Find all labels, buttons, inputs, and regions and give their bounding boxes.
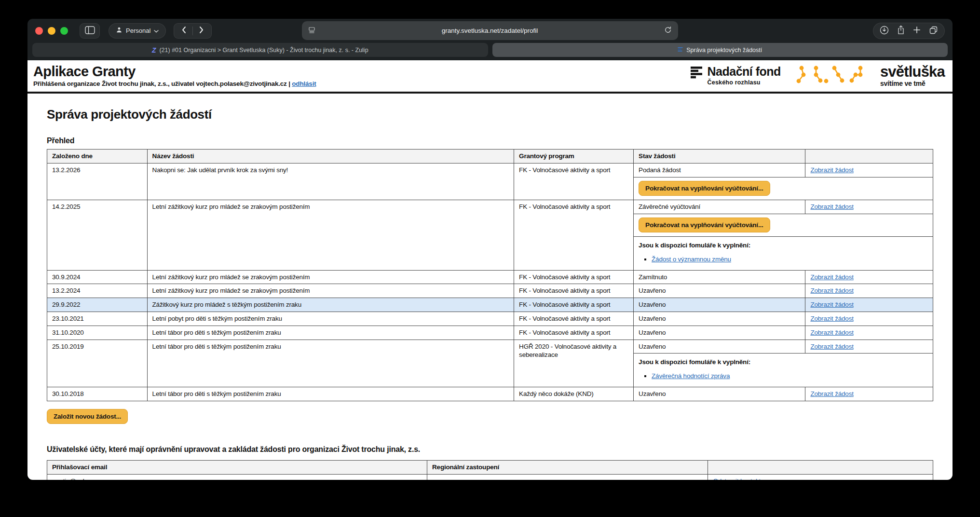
forms-cell: Jsou k dispozici fomuláře k vyplnění: Žá… — [634, 236, 933, 270]
forms-cell: Jsou k dispozici fomuláře k vyplnění: Zá… — [634, 354, 933, 387]
view-request-link[interactable]: Zobrazit žádost — [810, 329, 853, 336]
login-info: Přihlášená organizace Život trochu jinak… — [33, 80, 316, 87]
request-link-cell: Zobrazit žádost — [805, 387, 933, 401]
svetluska-line1: světluška — [880, 65, 945, 79]
view-request-link[interactable]: Zobrazit žádost — [810, 166, 853, 174]
chevron-down-icon — [154, 27, 159, 34]
col-header: Regionální zastoupení — [427, 460, 708, 474]
request-status-cell: Závěrečné vyúčtování — [634, 200, 805, 214]
request-status-cell: Uzavřeno — [634, 387, 805, 401]
zoom-button[interactable] — [60, 27, 68, 35]
request-link-cell: Zobrazit žádost — [805, 298, 933, 312]
request-program-cell: FK - Volnočasové aktivity a sport — [514, 284, 634, 298]
request-program-cell: FK - Volnočasové aktivity a sport — [514, 312, 634, 326]
desktop-background: Personal — [0, 0, 980, 517]
request-name-cell: Zážitkový kurz pro mládež s těžkým posti… — [147, 298, 514, 312]
continue-button-cell: Pokračovat na vyplňování vyúčtování... — [634, 177, 933, 200]
user-region-cell: — — [427, 474, 708, 480]
back-button[interactable] — [175, 24, 192, 38]
downloads-button[interactable] — [880, 26, 889, 36]
user-action-cell: Odstranit kontakt — [708, 474, 933, 480]
view-request-link[interactable]: Zobrazit žádost — [810, 315, 853, 322]
app-header: Aplikace Granty Přihlášená organizace Ži… — [27, 60, 953, 94]
logout-link[interactable]: odhlásit — [292, 80, 316, 87]
reload-button[interactable] — [664, 26, 672, 35]
user-email-cell: martin@sukany.cz — [47, 474, 427, 480]
request-status-cell: Uzavřeno — [634, 312, 805, 326]
minimize-button[interactable] — [48, 27, 55, 35]
view-request-link[interactable]: Zobrazit žádost — [810, 287, 853, 294]
request-link-cell: Zobrazit žádost — [805, 326, 933, 340]
login-info-text: Přihlášená organizace Život trochu jinak… — [33, 80, 290, 87]
request-link-cell: Zobrazit žádost — [805, 312, 933, 326]
forward-icon — [199, 26, 204, 35]
continue-settlement-button[interactable]: Pokračovat na vyplňování vyúčtování... — [639, 181, 770, 196]
tab-zulip[interactable]: Z (21) #01 Organizacni > Grant Svetluska… — [32, 43, 488, 57]
address-bar[interactable]: granty.svetluska.net/zadatel/profil — [302, 21, 678, 40]
col-header: Název žádosti — [147, 150, 514, 163]
svetluska-line2: svítíme ve tmě — [880, 80, 945, 87]
forms-note: Jsou k dispozici fomuláře k vyplnění: — [639, 358, 928, 367]
close-button[interactable] — [35, 27, 43, 35]
request-name-cell: Letní zážitkový kurz pro mládež se zrako… — [147, 270, 514, 284]
request-status-cell: Uzavřeno — [634, 284, 805, 298]
tab-granty-active[interactable]: Správa projektových žádostí — [492, 43, 948, 57]
table-row: 30.9.2024 Letní zážitkový kurz pro mláde… — [47, 270, 933, 284]
request-date-cell: 13.2.2024 — [47, 284, 148, 298]
request-status-cell: Uzavřeno — [634, 298, 805, 312]
request-date-cell: 14.2.2025 — [47, 200, 148, 270]
view-request-link[interactable]: Zobrazit žádost — [810, 203, 853, 210]
download-icon — [880, 29, 889, 36]
new-request-button[interactable]: Založit novou žádost... — [47, 409, 128, 424]
tabs-overview-icon — [929, 29, 938, 36]
forms-note: Jsou k dispozici fomuláře k vyplnění: — [639, 241, 928, 250]
form-link[interactable]: Závěrečná hodnotící zpráva — [652, 372, 730, 380]
share-button[interactable] — [897, 25, 905, 36]
share-icon — [897, 29, 905, 36]
request-name-cell: Nakopni se: Jak udělat prvník krok za sv… — [147, 163, 514, 200]
request-link-cell: Zobrazit žádost — [805, 163, 933, 177]
page-title: Správa projektových žádostí — [47, 107, 933, 122]
user-icon — [116, 27, 122, 35]
remove-contact-link[interactable]: Odstranit kontakt — [713, 477, 761, 480]
users-table-header: Přihlašovací email Regionální zastoupení — [47, 460, 933, 474]
users-table: Přihlašovací email Regionální zastoupení… — [47, 460, 933, 480]
table-row: martin@sukany.cz — Odstranit kontakt — [47, 474, 933, 480]
sidebar-icon — [85, 26, 95, 36]
profile-button[interactable]: Personal — [109, 23, 166, 39]
nadacni-fond-line2: Českého rozhlasu — [708, 79, 781, 86]
request-program-cell: FK - Volnočasové aktivity a sport — [514, 298, 634, 312]
nadacni-fond-logo: Nadační fond Českého rozhlasu — [691, 66, 781, 86]
continue-settlement-button[interactable]: Pokračovat na vyplňování vyúčtování... — [639, 218, 770, 232]
request-link-cell: Zobrazit žádost — [805, 284, 933, 298]
form-link[interactable]: Žádost o významnou změnu — [652, 256, 731, 263]
tab-label: (21) #01 Organizacni > Grant Svetluska (… — [159, 47, 368, 54]
table-row-selected: 29.9.2022 Zážitkový kurz pro mládež s tě… — [47, 298, 933, 312]
request-program-cell: FK - Volnočasové aktivity a sport — [514, 163, 634, 200]
request-date-cell: 31.10.2020 — [47, 326, 148, 340]
new-tab-button[interactable] — [913, 26, 921, 35]
svetluska-dots-icon — [794, 64, 867, 87]
request-name-cell: Letní tábor pro děti s těžkým postižením… — [147, 340, 514, 387]
request-status-cell: Uzavřeno — [634, 340, 805, 354]
request-date-cell: 13.2.2026 — [47, 163, 148, 200]
view-request-link[interactable]: Zobrazit žádost — [810, 273, 853, 281]
request-program-cell: FK - Volnočasové aktivity a sport — [514, 200, 634, 270]
view-request-link[interactable]: Zobrazit žádost — [810, 390, 853, 397]
main-content: Správa projektových žádostí Přehled Zalo… — [27, 94, 953, 480]
sidebar-toggle-button[interactable] — [80, 23, 100, 39]
request-date-cell: 25.10.2019 — [47, 340, 148, 387]
view-request-link[interactable]: Zobrazit žádost — [810, 343, 853, 350]
page-settings-icon[interactable] — [308, 27, 315, 35]
request-date-cell: 23.10.2021 — [47, 312, 148, 326]
url-text: granty.svetluska.net/zadatel/profil — [315, 27, 664, 34]
request-link-cell: Zobrazit žádost — [805, 270, 933, 284]
tab-overview-button[interactable] — [929, 26, 938, 36]
view-request-link[interactable]: Zobrazit žádost — [810, 301, 853, 308]
nadacni-fond-line1: Nadační fond — [708, 66, 781, 78]
tab-label: Správa projektových žádostí — [686, 47, 762, 54]
request-program-cell: Každý něco dokáže (KND) — [514, 387, 634, 401]
svetluska-logo: světluška svítíme ve tmě — [880, 65, 945, 87]
forward-button[interactable] — [193, 24, 210, 38]
request-name-cell: Letní pobyt pro děti s těžkým postižením… — [147, 312, 514, 326]
